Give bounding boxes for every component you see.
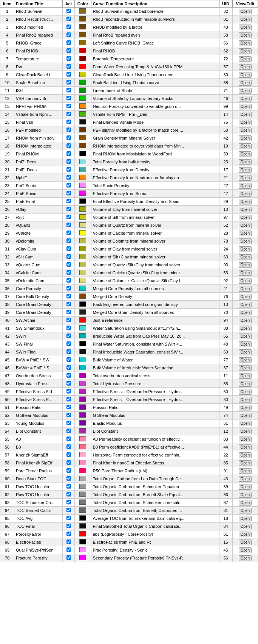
- act-checkbox[interactable]: [66, 246, 71, 251]
- cell-act[interactable]: [63, 340, 74, 348]
- open-button[interactable]: Open: [239, 468, 252, 474]
- cell-act[interactable]: [63, 309, 74, 317]
- act-checkbox[interactable]: [66, 318, 71, 322]
- open-button[interactable]: Open: [239, 524, 252, 529]
- cell-act[interactable]: [63, 174, 74, 182]
- cell-act[interactable]: [63, 150, 74, 158]
- open-button[interactable]: Open: [239, 373, 252, 379]
- open-button[interactable]: Open: [239, 476, 252, 482]
- open-button[interactable]: Open: [239, 112, 252, 117]
- open-button[interactable]: Open: [239, 444, 252, 450]
- act-checkbox[interactable]: [66, 143, 71, 148]
- cell-view-edit[interactable]: Open: [232, 475, 258, 483]
- cell-view-edit[interactable]: Open: [232, 515, 258, 523]
- act-checkbox[interactable]: [66, 104, 71, 108]
- cell-view-edit[interactable]: Open: [232, 467, 258, 475]
- open-button[interactable]: Open: [239, 389, 252, 395]
- open-button[interactable]: Open: [239, 405, 252, 410]
- cell-act[interactable]: [63, 158, 74, 166]
- act-checkbox[interactable]: [66, 476, 71, 481]
- cell-act[interactable]: [63, 475, 74, 483]
- act-checkbox[interactable]: [66, 532, 71, 536]
- cell-act[interactable]: [63, 23, 74, 31]
- cell-view-edit[interactable]: Open: [232, 79, 258, 87]
- cell-view-edit[interactable]: Open: [232, 554, 258, 562]
- act-checkbox[interactable]: [66, 421, 71, 425]
- act-checkbox[interactable]: [66, 278, 71, 283]
- cell-view-edit[interactable]: Open: [232, 356, 258, 364]
- cell-act[interactable]: [63, 459, 74, 467]
- cell-act[interactable]: [63, 277, 74, 285]
- cell-view-edit[interactable]: Open: [232, 237, 258, 245]
- cell-view-edit[interactable]: Open: [232, 15, 258, 23]
- open-button[interactable]: Open: [239, 547, 252, 553]
- cell-act[interactable]: [63, 530, 74, 538]
- act-checkbox[interactable]: [66, 223, 71, 227]
- act-checkbox[interactable]: [66, 429, 71, 433]
- open-button[interactable]: Open: [239, 508, 252, 513]
- cell-view-edit[interactable]: Open: [232, 451, 258, 459]
- cell-view-edit[interactable]: Open: [232, 396, 258, 404]
- cell-act[interactable]: [63, 79, 74, 87]
- cell-view-edit[interactable]: Open: [232, 507, 258, 515]
- cell-view-edit[interactable]: Open: [232, 364, 258, 372]
- cell-view-edit[interactable]: Open: [232, 309, 258, 317]
- cell-view-edit[interactable]: Open: [232, 158, 258, 166]
- cell-act[interactable]: [63, 63, 74, 71]
- act-checkbox[interactable]: [66, 175, 71, 180]
- cell-view-edit[interactable]: Open: [232, 245, 258, 253]
- cell-act[interactable]: [63, 206, 74, 214]
- cell-act[interactable]: [63, 118, 74, 126]
- cell-view-edit[interactable]: Open: [232, 301, 258, 309]
- cell-view-edit[interactable]: Open: [232, 126, 258, 134]
- act-checkbox[interactable]: [66, 254, 71, 259]
- cell-view-edit[interactable]: Open: [232, 324, 258, 332]
- cell-act[interactable]: [63, 221, 74, 229]
- act-checkbox[interactable]: [66, 452, 71, 457]
- cell-view-edit[interactable]: Open: [232, 182, 258, 190]
- act-checkbox[interactable]: [66, 460, 71, 465]
- cell-act[interactable]: [63, 491, 74, 499]
- act-checkbox[interactable]: [66, 215, 71, 219]
- cell-act[interactable]: [63, 55, 74, 63]
- act-checkbox[interactable]: [66, 349, 71, 354]
- cell-act[interactable]: [63, 237, 74, 245]
- open-button[interactable]: Open: [239, 318, 252, 323]
- act-checkbox[interactable]: [66, 500, 71, 504]
- act-checkbox[interactable]: [66, 444, 71, 449]
- cell-view-edit[interactable]: Open: [232, 435, 258, 443]
- cell-view-edit[interactable]: Open: [232, 261, 258, 269]
- cell-view-edit[interactable]: Open: [232, 427, 258, 435]
- act-checkbox[interactable]: [66, 437, 71, 441]
- open-button[interactable]: Open: [239, 207, 252, 212]
- cell-view-edit[interactable]: Open: [232, 530, 258, 538]
- cell-act[interactable]: [63, 47, 74, 55]
- act-checkbox[interactable]: [66, 484, 71, 489]
- cell-view-edit[interactable]: Open: [232, 380, 258, 388]
- act-checkbox[interactable]: [66, 516, 71, 520]
- open-button[interactable]: Open: [239, 238, 252, 244]
- act-checkbox[interactable]: [66, 238, 71, 243]
- act-checkbox[interactable]: [66, 547, 71, 552]
- cell-act[interactable]: [63, 15, 74, 23]
- open-button[interactable]: Open: [239, 270, 252, 276]
- cell-view-edit[interactable]: Open: [232, 111, 258, 118]
- cell-view-edit[interactable]: Open: [232, 459, 258, 467]
- open-button[interactable]: Open: [239, 555, 252, 561]
- act-checkbox[interactable]: [66, 397, 71, 401]
- open-button[interactable]: Open: [239, 429, 252, 434]
- cell-act[interactable]: [63, 380, 74, 388]
- cell-act[interactable]: [63, 332, 74, 340]
- cell-act[interactable]: [63, 523, 74, 530]
- open-button[interactable]: Open: [239, 413, 252, 418]
- cell-view-edit[interactable]: Open: [232, 31, 258, 39]
- cell-act[interactable]: [63, 396, 74, 404]
- act-checkbox[interactable]: [66, 341, 71, 346]
- act-checkbox[interactable]: [66, 231, 71, 235]
- cell-view-edit[interactable]: Open: [232, 47, 258, 55]
- open-button[interactable]: Open: [239, 25, 252, 30]
- act-checkbox[interactable]: [66, 199, 71, 203]
- act-checkbox[interactable]: [66, 539, 71, 544]
- act-checkbox[interactable]: [66, 128, 71, 132]
- open-button[interactable]: Open: [239, 191, 252, 197]
